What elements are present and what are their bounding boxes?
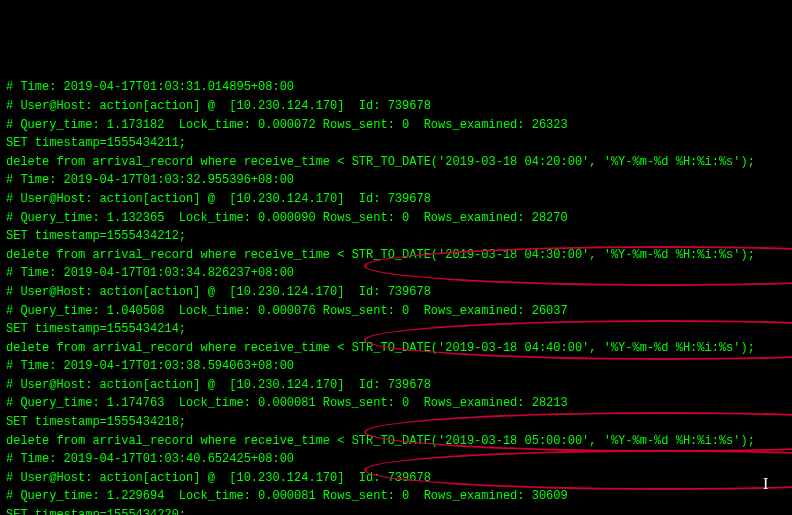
log-line[interactable]: # User@Host: action[action] @ [10.230.12… (6, 376, 786, 395)
log-line[interactable]: # User@Host: action[action] @ [10.230.12… (6, 283, 786, 302)
log-line[interactable]: # Query_time: 1.174763 Lock_time: 0.0000… (6, 394, 786, 413)
log-line[interactable]: # Query_time: 1.173182 Lock_time: 0.0000… (6, 116, 786, 135)
log-line[interactable]: SET timestamp=1555434214; (6, 320, 786, 339)
log-line[interactable]: # User@Host: action[action] @ [10.230.12… (6, 469, 786, 488)
log-line[interactable]: # Time: 2019-04-17T01:03:38.594063+08:00 (6, 357, 786, 376)
log-line[interactable]: # Time: 2019-04-17T01:03:40.652425+08:00 (6, 450, 786, 469)
log-line[interactable]: # Time: 2019-04-17T01:03:34.826237+08:00 (6, 264, 786, 283)
log-line[interactable]: SET timestamp=1555434220; (6, 506, 786, 515)
log-line[interactable]: # Time: 2019-04-17T01:03:32.955396+08:00 (6, 171, 786, 190)
log-line[interactable]: # Query_time: 1.040508 Lock_time: 0.0000… (6, 302, 786, 321)
log-line[interactable]: SET timestamp=1555434212; (6, 227, 786, 246)
log-line[interactable]: delete from arrival_record where receive… (6, 432, 786, 451)
log-line[interactable]: delete from arrival_record where receive… (6, 153, 786, 172)
log-line[interactable]: # Query_time: 1.132365 Lock_time: 0.0000… (6, 209, 786, 228)
log-line[interactable]: # Time: 2019-04-17T01:03:31.014895+08:00 (6, 78, 786, 97)
log-line[interactable]: SET timestamp=1555434211; (6, 134, 786, 153)
log-line[interactable]: # User@Host: action[action] @ [10.230.12… (6, 190, 786, 209)
log-line[interactable]: delete from arrival_record where receive… (6, 246, 786, 265)
log-line[interactable]: # Query_time: 1.229694 Lock_time: 0.0000… (6, 487, 786, 506)
terminal-output[interactable]: # Time: 2019-04-17T01:03:31.014895+08:00… (6, 78, 786, 515)
log-line[interactable]: SET timestamp=1555434218; (6, 413, 786, 432)
log-line[interactable]: # User@Host: action[action] @ [10.230.12… (6, 97, 786, 116)
log-line[interactable]: delete from arrival_record where receive… (6, 339, 786, 358)
